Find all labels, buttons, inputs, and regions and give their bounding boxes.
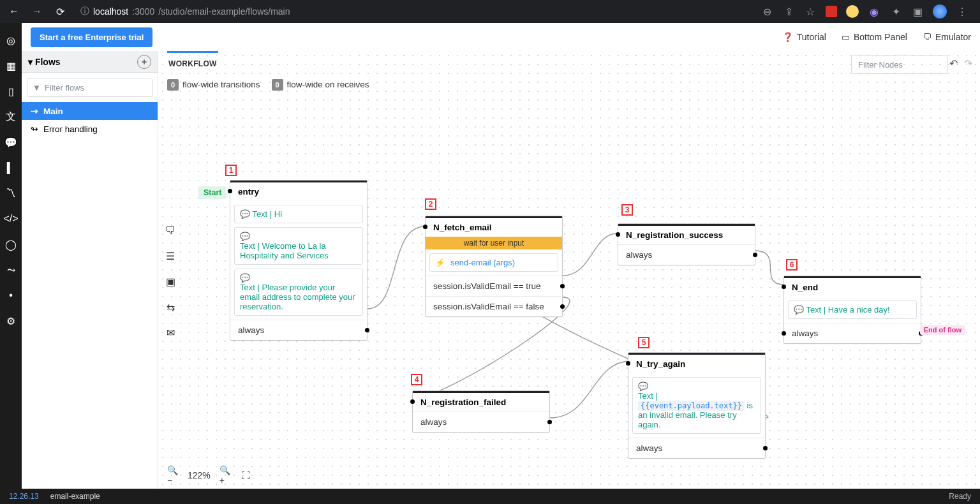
msg-card[interactable]: 💬 Text | Have a nice day! xyxy=(788,300,917,319)
topbar: Start a free Enterprise trial ❓Tutorial … xyxy=(22,23,980,51)
condition[interactable]: always xyxy=(618,244,755,265)
sidebar: ▾ Flows + ▼ Filter flows ⇢ Main ↬ Error … xyxy=(22,51,158,489)
tool-align[interactable]: ⇆ xyxy=(163,300,177,314)
settings-icon[interactable]: ⚙ xyxy=(5,315,17,327)
workflow-tab[interactable]: WORKFLOW xyxy=(167,51,218,75)
node-number-1: 1 xyxy=(225,165,237,176)
node-number-5: 5 xyxy=(638,337,650,348)
in-port[interactable] xyxy=(782,285,786,289)
flowwide-onreceives[interactable]: 0flow-wide on receives xyxy=(272,79,369,91)
star-icon[interactable]: ☆ xyxy=(804,5,817,18)
canvas[interactable]: WORKFLOW 0flow-wide transitions 0flow-wi… xyxy=(158,51,980,489)
logo-icon[interactable]: ◎ xyxy=(5,34,17,46)
ext-red-icon[interactable] xyxy=(826,6,837,17)
flows-header[interactable]: ▾ Flows + xyxy=(22,51,158,73)
out-port[interactable] xyxy=(547,420,552,424)
out-port[interactable] xyxy=(753,253,757,257)
condition[interactable]: always xyxy=(784,323,921,343)
filter-flows-input[interactable]: ▼ Filter flows xyxy=(27,78,152,97)
undo-button[interactable]: ↶ xyxy=(949,57,958,70)
extensions-icon[interactable]: ✦ xyxy=(889,5,902,18)
zoom-value: 122% xyxy=(188,470,211,480)
url-bar[interactable]: ⓘ localhost:3000/studio/email-example/fl… xyxy=(74,6,755,17)
help-icon: ❓ xyxy=(782,32,793,42)
tool-list[interactable]: ☰ xyxy=(163,249,177,263)
msg-card[interactable]: 💬Text | {{event.payload.text}} is an inv… xyxy=(632,377,761,434)
action-card[interactable]: ⚡send-email (args) xyxy=(429,253,558,272)
msg-card[interactable]: 💬 Text | Hi xyxy=(234,205,363,223)
node-end[interactable]: N_end 💬 Text | Have a nice day! always E… xyxy=(783,276,921,344)
panel-icon[interactable]: ▣ xyxy=(911,5,924,18)
status-ready: Ready xyxy=(949,492,971,501)
condition-false[interactable]: session.isValidEmail == false xyxy=(426,296,562,316)
avatar-icon[interactable] xyxy=(933,4,947,19)
in-port[interactable] xyxy=(228,189,232,193)
bottom-panel-link[interactable]: ▭Bottom Panel xyxy=(842,32,907,42)
redo-button[interactable]: ↷ xyxy=(964,57,972,70)
code-icon[interactable]: </> xyxy=(5,213,17,225)
hooks-icon[interactable]: ◯ xyxy=(5,239,17,250)
out-port[interactable] xyxy=(763,446,768,450)
bolt-icon: ⚡ xyxy=(435,258,445,267)
translate-icon[interactable]: 文 xyxy=(5,111,17,122)
trial-button[interactable]: Start a free Enterprise trial xyxy=(31,27,152,47)
analytics-icon[interactable]: 〽 xyxy=(5,188,17,199)
url-port: :3000 xyxy=(132,6,154,17)
condition-true[interactable]: session.isValidEmail == true xyxy=(426,276,562,296)
library-icon[interactable]: ▍ xyxy=(5,162,17,174)
node-reg-success[interactable]: N_registration_success always xyxy=(618,223,755,265)
node-reg-failed[interactable]: N_registration_failed always xyxy=(412,390,550,433)
menu-icon[interactable]: ⋮ xyxy=(956,5,969,18)
zoom-icon[interactable]: ⊖ xyxy=(761,5,773,18)
in-port[interactable] xyxy=(616,232,620,237)
tool-camera[interactable]: ▣ xyxy=(163,274,177,288)
flow-item-main[interactable]: ⇢ Main xyxy=(22,102,158,120)
reload-button[interactable]: ⟳ xyxy=(51,3,69,20)
ext-purple-icon[interactable]: ◉ xyxy=(868,5,880,18)
out-port[interactable] xyxy=(560,284,565,288)
add-flow-button[interactable]: + xyxy=(137,55,151,69)
ext-face-icon[interactable] xyxy=(846,5,859,18)
tutorial-link[interactable]: ❓Tutorial xyxy=(782,32,826,42)
version: 12.26.13 xyxy=(9,492,39,501)
back-button[interactable]: ← xyxy=(5,3,23,20)
doc-icon[interactable]: ▯ xyxy=(5,85,17,97)
branch-icon[interactable]: ⤳ xyxy=(5,264,17,276)
emulator-link[interactable]: 🗨Emulator xyxy=(923,32,971,42)
message-icon: 💬 xyxy=(638,382,648,391)
out-port[interactable] xyxy=(560,304,565,309)
in-port-end[interactable] xyxy=(782,331,786,336)
node-try-again[interactable]: N_try_again 💬Text | {{event.payload.text… xyxy=(628,352,766,459)
in-port[interactable] xyxy=(410,399,415,404)
condition[interactable]: always xyxy=(413,411,549,432)
workflow-tags: 0flow-wide transitions 0flow-wide on rec… xyxy=(167,79,369,91)
flow-item-error[interactable]: ↬ Error handling xyxy=(22,120,158,138)
tool-mail[interactable]: ✉ xyxy=(163,325,177,339)
node-number-3: 3 xyxy=(621,204,633,216)
flowwide-transitions[interactable]: 0flow-wide transitions xyxy=(167,79,260,91)
browser-tools: ⊖ ⇪ ☆ ◉ ✦ ▣ ⋮ xyxy=(761,4,975,19)
zoom-in-button[interactable]: 🔍+ xyxy=(219,470,231,481)
condition[interactable]: always xyxy=(230,320,367,340)
node-fetch-email[interactable]: N_fetch_email wait for user input ⚡send-… xyxy=(425,216,563,317)
zoom-out-button[interactable]: 🔍− xyxy=(167,470,179,481)
msg-card[interactable]: 💬Text | Welcome to La la Hospitality and… xyxy=(234,227,363,265)
filter-nodes-input[interactable]: Filter Nodes xyxy=(851,55,948,74)
project-name: email-example xyxy=(50,492,100,501)
out-port[interactable] xyxy=(365,328,369,332)
forward-button[interactable]: → xyxy=(28,3,46,20)
icon-rail: ◎ ▦ ▯ 文 💬 ▍ 〽 </> ◯ ⤳ • ⚙ xyxy=(0,23,22,489)
tool-comment[interactable]: 🗨 xyxy=(163,223,177,237)
share-icon[interactable]: ⇪ xyxy=(782,5,795,18)
msg-card[interactable]: 💬Text | Please provide your email addres… xyxy=(234,269,363,316)
node-entry[interactable]: Start entry 💬 Text | Hi 💬Text | Welcome … xyxy=(230,180,368,341)
in-port[interactable] xyxy=(423,225,427,229)
fit-button[interactable]: ⛶ xyxy=(240,470,251,481)
in-port[interactable] xyxy=(626,361,630,366)
dot-icon[interactable]: • xyxy=(5,290,17,301)
start-label: Start xyxy=(198,186,226,199)
condition[interactable]: always xyxy=(628,438,765,458)
chat-icon[interactable]: 💬 xyxy=(5,137,17,148)
layout-icon[interactable]: ▦ xyxy=(5,60,17,71)
zoom-controls: 🔍− 122% 🔍+ ⛶ xyxy=(167,470,251,481)
